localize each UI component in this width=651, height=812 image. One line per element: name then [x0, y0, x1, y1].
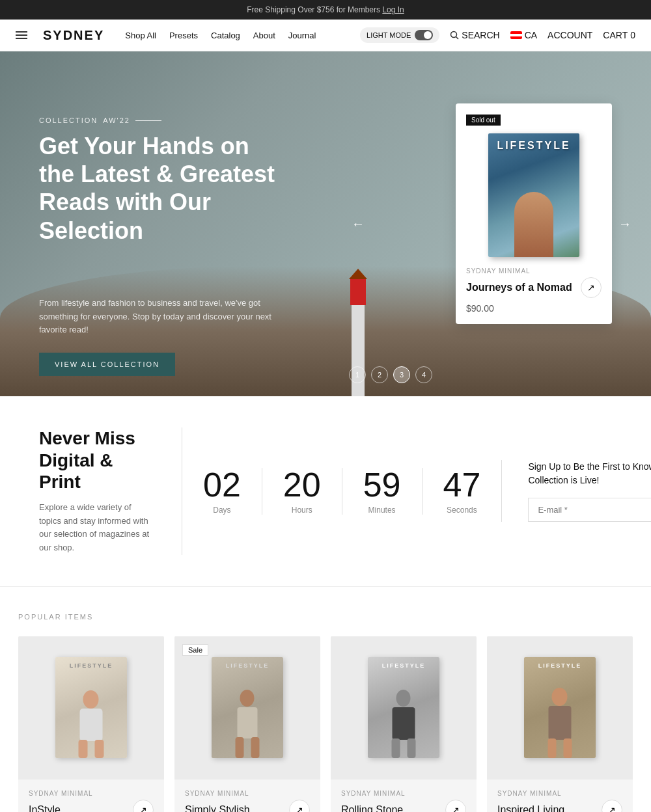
hero-dot-2[interactable]: 2	[371, 366, 388, 383]
announcement-link[interactable]: Log In	[382, 5, 404, 14]
product-card-image-1	[18, 636, 164, 779]
product-name-3: Rolling Stone	[341, 804, 403, 812]
product-card-image-4	[487, 636, 633, 779]
collection-season: AW'22	[103, 116, 130, 124]
product-card-1: SYDNAY MINIMAL InStyle ↗ $110.00	[18, 636, 164, 812]
product-card-image-3	[331, 636, 477, 779]
hero-product-card: Sold out SYDNAY MINIMAL Journeys of a No…	[456, 103, 612, 324]
hamburger-menu[interactable]	[16, 31, 27, 39]
magazine-cover	[488, 133, 579, 257]
search-button[interactable]: SEARCH	[450, 30, 499, 40]
main-nav: Shop All Presets Catalog About Journal	[125, 31, 344, 40]
nav-about[interactable]: About	[253, 31, 275, 40]
countdown-timers: 02 Days 20 Hours 59 Minutes 47 Seconds	[182, 468, 501, 515]
sale-badge-2: Sale	[182, 644, 208, 656]
sold-out-badge: Sold out	[466, 115, 501, 126]
product-name-4: Inspired Living	[497, 804, 564, 812]
product-cover-2	[212, 657, 283, 758]
svg-rect-12	[392, 738, 400, 758]
svg-rect-4	[79, 740, 88, 758]
product-card-2: Sale SYDNAY MINIMAL Simply Stylish ↗	[174, 636, 320, 812]
product-name-1: InStyle	[29, 804, 61, 812]
region-selector[interactable]: CA	[510, 30, 537, 40]
popular-label: POPULAR ITEMS	[18, 613, 633, 621]
cart-button[interactable]: CART 0	[603, 30, 635, 40]
nav-shop-all[interactable]: Shop All	[125, 31, 156, 40]
account-button[interactable]: ACCOUNT	[547, 30, 592, 40]
light-mode-toggle[interactable]: LIGHT MODE	[360, 27, 439, 43]
hero-prev-arrow[interactable]: ←	[352, 217, 365, 232]
hero-product-name: Journeys of a Nomad	[466, 282, 572, 293]
hero-product-name-row: Journeys of a Nomad ↗	[466, 277, 602, 298]
announcement-bar: Free Shipping Over $756 for Members Log …	[0, 0, 651, 20]
countdown-left: Never Miss Digital & Print Explore a wid…	[39, 427, 182, 555]
countdown-section: Never Miss Digital & Print Explore a wid…	[0, 396, 651, 587]
hours-label: Hours	[283, 506, 321, 515]
hero-dot-4[interactable]: 4	[415, 366, 432, 383]
svg-rect-17	[564, 738, 572, 758]
minutes-label: Minutes	[363, 506, 401, 515]
subscribe-heading: Sign Up to Be the First to Know When the…	[528, 460, 651, 487]
hero-product-brand: SYDNAY MINIMAL	[466, 267, 602, 275]
seconds-value: 47	[443, 468, 481, 502]
svg-rect-3	[80, 709, 103, 741]
product-card-info-4: SYDNAY MINIMAL Inspired Living ↗ $160.00	[487, 779, 633, 812]
header-right: LIGHT MODE SEARCH CA ACCOUNT CART 0	[360, 27, 635, 43]
product-link-btn-4[interactable]: ↗	[602, 800, 622, 812]
person-silhouette-4	[542, 686, 578, 758]
product-brand-4: SYDNAY MINIMAL	[497, 790, 622, 797]
product-link-btn-2[interactable]: ↗	[289, 800, 310, 812]
nav-catalog[interactable]: Catalog	[211, 31, 240, 40]
svg-rect-15	[549, 706, 572, 740]
cart-count: 0	[630, 30, 635, 40]
product-card-image-2: Sale	[174, 636, 320, 779]
product-link-btn-3[interactable]: ↗	[445, 800, 466, 812]
email-input[interactable]	[528, 498, 651, 522]
svg-point-14	[552, 688, 568, 706]
cover-person	[514, 192, 553, 257]
toggle-switch[interactable]	[415, 30, 433, 40]
hero-content: COLLECTION AW'22 Get Your Hands on the L…	[39, 116, 286, 376]
hero-section: COLLECTION AW'22 Get Your Hands on the L…	[0, 51, 651, 396]
product-name-row-3: Rolling Stone ↗	[341, 800, 466, 812]
hero-product-link-button[interactable]: ↗	[581, 277, 602, 298]
lighthouse-cap	[349, 269, 367, 279]
timer-hours: 20 Hours	[262, 468, 342, 515]
hero-description: From lifestyle and fashion to business a…	[39, 297, 286, 337]
product-cover-3	[368, 657, 439, 758]
hero-cta-button[interactable]: VIEW ALL COLLECTION	[39, 353, 175, 376]
hero-dot-1[interactable]: 1	[349, 366, 366, 383]
product-card-info-1: SYDNAY MINIMAL InStyle ↗ $110.00	[18, 779, 164, 812]
hero-product-price: $90.00	[466, 303, 602, 314]
search-icon	[450, 31, 459, 40]
hero-dot-3[interactable]: 3	[393, 366, 410, 383]
person-silhouette-3	[386, 686, 422, 758]
svg-rect-9	[251, 737, 260, 758]
nav-journal[interactable]: Journal	[288, 31, 316, 40]
person-silhouette-1	[74, 686, 109, 758]
product-cover-1	[55, 657, 127, 758]
light-mode-label: LIGHT MODE	[367, 31, 411, 39]
product-brand-3: SYDNAY MINIMAL	[341, 790, 466, 797]
product-name-row-2: Simply Stylish ↗	[185, 800, 310, 812]
site-logo[interactable]: SYDNEY	[43, 28, 104, 43]
svg-rect-5	[95, 740, 104, 758]
hero-dots: 1 2 3 4	[349, 366, 432, 383]
account-label: ACCOUNT	[547, 30, 592, 40]
svg-point-2	[83, 690, 99, 709]
svg-rect-13	[408, 738, 416, 758]
product-name-row-4: Inspired Living ↗	[497, 800, 622, 812]
products-grid: SYDNAY MINIMAL InStyle ↗ $110.00 Sale	[18, 636, 633, 812]
product-name-2: Simply Stylish	[185, 804, 250, 812]
days-label: Days	[203, 506, 241, 515]
hero-next-arrow[interactable]: →	[618, 217, 631, 232]
hero-title: Get Your Hands on the Latest & Greatest …	[39, 132, 286, 245]
product-link-btn-1[interactable]: ↗	[133, 800, 154, 812]
countdown-right: Sign Up to Be the First to Know When the…	[501, 460, 651, 522]
popular-section: POPULAR ITEMS SYDNAY MINIMAL InStyle	[0, 587, 651, 812]
days-value: 02	[203, 468, 241, 502]
person-silhouette-2	[230, 686, 266, 758]
hours-value: 20	[283, 468, 321, 502]
subscribe-form: SUBSCRIBE	[528, 498, 651, 522]
nav-presets[interactable]: Presets	[169, 31, 198, 40]
